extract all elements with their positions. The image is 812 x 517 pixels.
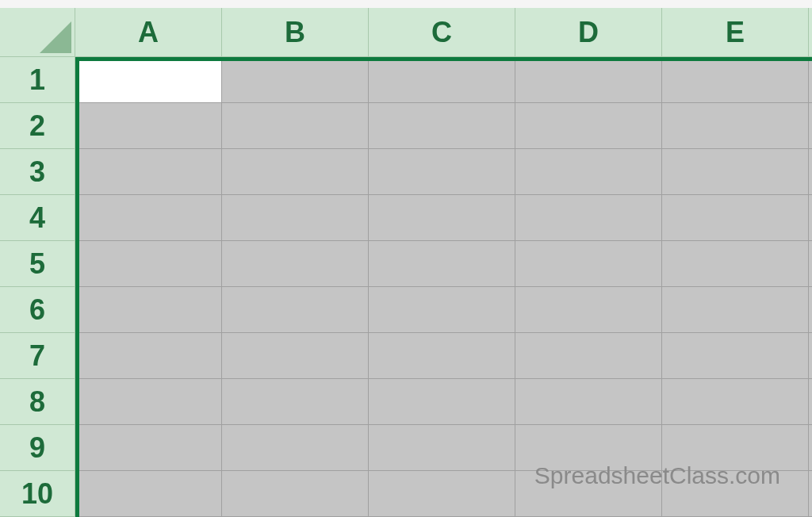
row-header-label: 1	[29, 63, 45, 97]
cell-B5[interactable]	[222, 241, 369, 287]
cell-B6[interactable]	[222, 287, 369, 333]
cell-partial-7[interactable]	[809, 333, 812, 379]
column-header-label: B	[285, 16, 305, 49]
column-header-C[interactable]: C	[369, 8, 515, 57]
row-header-9[interactable]: 9	[0, 425, 75, 471]
cell-B3[interactable]	[222, 149, 369, 195]
row-header-5[interactable]: 5	[0, 241, 75, 287]
cell-A2[interactable]	[75, 103, 222, 149]
cell-C2[interactable]	[369, 103, 515, 149]
cell-A6[interactable]	[75, 287, 222, 333]
cell-B4[interactable]	[222, 195, 369, 241]
cell-E9[interactable]	[662, 425, 809, 471]
row-header-10[interactable]: 10	[0, 471, 75, 517]
cell-E10[interactable]	[662, 471, 809, 517]
row-header-label: 9	[29, 431, 45, 465]
column-header-label: E	[726, 16, 745, 49]
cell-C6[interactable]	[369, 287, 515, 333]
cell-E7[interactable]	[662, 333, 809, 379]
cell-E5[interactable]	[662, 241, 809, 287]
row-header-label: 3	[29, 155, 45, 189]
column-header-label: A	[138, 16, 159, 49]
cell-D10[interactable]	[515, 471, 662, 517]
cell-A10[interactable]	[75, 471, 222, 517]
cell-D2[interactable]	[515, 103, 662, 149]
row-header-7[interactable]: 7	[0, 333, 75, 379]
cell-D5[interactable]	[515, 241, 662, 287]
column-header-label: C	[431, 16, 452, 49]
row-header-3[interactable]: 3	[0, 149, 75, 195]
spreadsheet-grid: A B C D E 1 2 3 4	[0, 8, 812, 517]
cell-C10[interactable]	[369, 471, 515, 517]
row-header-label: 5	[29, 247, 45, 281]
column-header-label: D	[578, 16, 599, 49]
column-header-A[interactable]: A	[75, 8, 222, 57]
cell-D8[interactable]	[515, 379, 662, 425]
cell-B7[interactable]	[222, 333, 369, 379]
select-all-triangle-icon	[40, 21, 71, 53]
cell-A4[interactable]	[75, 195, 222, 241]
cell-partial-9[interactable]	[809, 425, 812, 471]
cell-E8[interactable]	[662, 379, 809, 425]
row-header-label: 7	[29, 339, 45, 373]
cell-C8[interactable]	[369, 379, 515, 425]
cell-D4[interactable]	[515, 195, 662, 241]
row-header-2[interactable]: 2	[0, 103, 75, 149]
row-header-label: 2	[29, 109, 45, 143]
cell-partial-1[interactable]	[809, 57, 812, 103]
cell-D6[interactable]	[515, 287, 662, 333]
cell-A9[interactable]	[75, 425, 222, 471]
svg-marker-0	[40, 21, 71, 53]
row-header-label: 10	[21, 477, 53, 511]
cell-C3[interactable]	[369, 149, 515, 195]
cell-D7[interactable]	[515, 333, 662, 379]
cell-C7[interactable]	[369, 333, 515, 379]
cell-partial-3[interactable]	[809, 149, 812, 195]
cell-A1[interactable]	[75, 57, 222, 103]
row-header-4[interactable]: 4	[0, 195, 75, 241]
cell-C4[interactable]	[369, 195, 515, 241]
row-header-label: 8	[29, 385, 45, 419]
cell-B2[interactable]	[222, 103, 369, 149]
cell-B1[interactable]	[222, 57, 369, 103]
select-all-button[interactable]	[0, 8, 75, 57]
cell-C1[interactable]	[369, 57, 515, 103]
row-header-1[interactable]: 1	[0, 57, 75, 103]
cell-partial-8[interactable]	[809, 379, 812, 425]
cell-E4[interactable]	[662, 195, 809, 241]
cell-E2[interactable]	[662, 103, 809, 149]
cell-A7[interactable]	[75, 333, 222, 379]
cell-E3[interactable]	[662, 149, 809, 195]
cell-A3[interactable]	[75, 149, 222, 195]
cell-C5[interactable]	[369, 241, 515, 287]
cell-D3[interactable]	[515, 149, 662, 195]
cell-E1[interactable]	[662, 57, 809, 103]
spreadsheet-viewport: A B C D E 1 2 3 4	[0, 8, 812, 517]
cell-partial-5[interactable]	[809, 241, 812, 287]
row-header-label: 4	[29, 201, 45, 235]
row-header-6[interactable]: 6	[0, 287, 75, 333]
column-header-E[interactable]: E	[662, 8, 809, 57]
row-header-label: 6	[29, 293, 45, 327]
column-header-B[interactable]: B	[222, 8, 369, 57]
column-header-partial[interactable]	[809, 8, 812, 57]
cell-partial-4[interactable]	[809, 195, 812, 241]
row-header-8[interactable]: 8	[0, 379, 75, 425]
column-header-D[interactable]: D	[515, 8, 662, 57]
cell-A8[interactable]	[75, 379, 222, 425]
cell-partial-6[interactable]	[809, 287, 812, 333]
cell-B10[interactable]	[222, 471, 369, 517]
cell-D1[interactable]	[515, 57, 662, 103]
cell-A5[interactable]	[75, 241, 222, 287]
cell-E6[interactable]	[662, 287, 809, 333]
cell-C9[interactable]	[369, 425, 515, 471]
cell-partial-10[interactable]	[809, 471, 812, 517]
cell-partial-2[interactable]	[809, 103, 812, 149]
cell-D9[interactable]	[515, 425, 662, 471]
cell-B9[interactable]	[222, 425, 369, 471]
cell-B8[interactable]	[222, 379, 369, 425]
